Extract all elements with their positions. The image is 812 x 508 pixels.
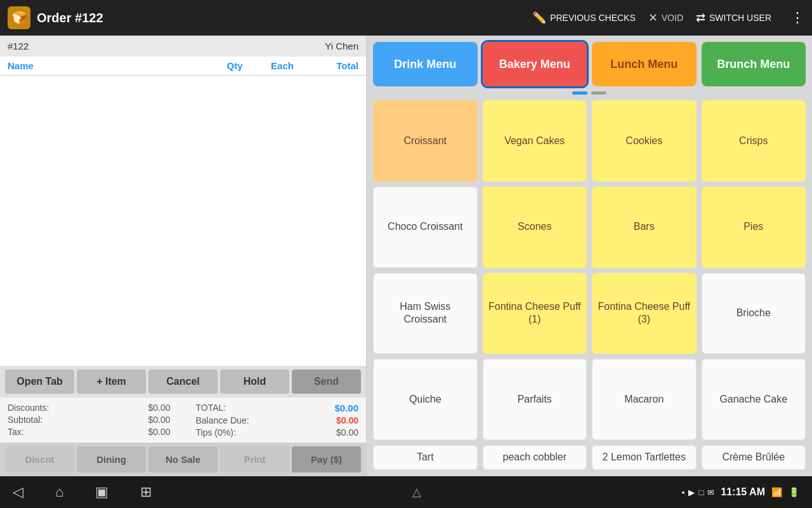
android-status: ▪ ▶ □ ✉ 11:15 AM 📶 🔋 [682,486,799,498]
menu-item-peach-cobbler[interactable]: peach cobbler [483,445,587,470]
menu-item-parfaits[interactable]: Parfaits [483,359,587,440]
menu-grid: CroissantVegan CakesCookiesCrispsChoco C… [373,100,806,470]
email-icon: ✉ [707,488,714,497]
screenshot-icon[interactable]: ⊞ [140,484,152,500]
top-bar: 🍞 Order #122 ✏️ PREVIOUS CHECKS ✕ VOID ⇄… [0,0,812,36]
menu-item-ham-swiss-croissant[interactable]: Ham Swiss Croissant [373,273,478,354]
tips-value: $0.00 [336,427,358,438]
menu-item-crisps[interactable]: Crisps [702,100,806,182]
total-label: TOTAL: [196,403,226,413]
print-button[interactable]: Print [220,446,289,472]
recents-icon[interactable]: ▣ [95,484,108,500]
order-columns: Name Qty Each Total [0,57,366,76]
battery-icon: ▪ [682,488,685,497]
top-actions: ✏️ PREVIOUS CHECKS ✕ VOID ⇄ SWITCH USER … [532,10,804,26]
menu-item-vegan-cakes[interactable]: Vegan Cakes [483,100,587,182]
media-icon: ▶ [688,488,695,497]
bottom-actions: Discnt Dining No Sale Print Pay ($) [0,443,366,476]
pay-button[interactable]: Pay ($) [292,446,361,472]
switch-user-button[interactable]: ⇄ SWITCH USER [696,11,771,25]
cancel-button[interactable]: Cancel [148,370,218,394]
tab-brunch[interactable]: Brunch Menu [702,42,806,86]
menu-item-croissant[interactable]: Croissant [373,100,478,182]
open-tab-button[interactable]: Open Tab [5,370,74,394]
subtotal-label: Subtotal: [8,415,43,425]
menu-tabs: Drink MenuBakery MenuLunch MenuBrunch Me… [373,42,806,86]
menu-item-tart[interactable]: Tart [373,445,478,470]
pencil-icon: ✏️ [532,11,546,25]
send-button[interactable]: Send [292,370,361,394]
discounts-label: Discounts: [8,403,49,413]
status-time: 11:15 AM [721,486,765,498]
menu-item-creme-brulee[interactable]: Crème Brûlée [702,445,806,470]
more-options-icon[interactable]: ⋮ [790,10,804,26]
no-sale-button[interactable]: No Sale [148,446,218,472]
tab-drink[interactable]: Drink Menu [373,42,478,86]
menu-item-scones[interactable]: Scones [483,187,587,268]
menu-item-macaron[interactable]: Macaron [592,359,697,440]
customer-name: Yi Chen [325,41,358,51]
home-icon[interactable]: ⌂ [55,484,63,500]
tab-bakery[interactable]: Bakery Menu [483,42,587,86]
totals-right: TOTAL: $0.00 Balance Due: $0.00 Tips (0%… [183,403,359,438]
tab-indicators [373,91,806,95]
menu-item-bars[interactable]: Bars [592,187,697,268]
total-value: $0.00 [334,403,358,413]
order-title: Order #122 [37,11,532,25]
main-content: #122 Yi Chen Name Qty Each Total Open Ta… [0,36,812,476]
tax-value: $0.00 [148,427,170,437]
balance-value: $0.00 [336,415,358,425]
back-icon[interactable]: ◁ [13,484,23,500]
menu-item-ganache-cake[interactable]: Ganache Cake [702,359,806,440]
menu-item-brioche[interactable]: Brioche [702,273,806,354]
app-logo: 🍞 [8,6,30,29]
x-icon: ✕ [648,11,658,25]
menu-item-fontina-cheese-puff-3[interactable]: Fontina Cheese Puff (3) [592,273,697,354]
menu-item-fontina-cheese-puff-1[interactable]: Fontina Cheese Puff (1) [483,273,587,354]
status-icons: ▪ ▶ □ ✉ [682,488,714,497]
totals-section: Discounts: $0.00 Subtotal: $0.00 Tax: $0… [0,398,366,443]
tips-label: Tips (0%): [196,427,236,438]
add-item-button[interactable]: + Item [77,370,146,394]
order-header: #122 Yi Chen [0,36,366,57]
order-items-list [0,76,366,366]
order-actions: Open Tab + Item Cancel Hold Send [0,366,366,398]
void-button[interactable]: ✕ VOID [648,11,683,25]
wifi-icon: 📶 [771,487,782,497]
screen-icon: □ [698,488,704,497]
switch-icon: ⇄ [696,11,705,25]
balance-label: Balance Due: [196,415,249,425]
hold-button[interactable]: Hold [220,370,289,394]
menu-item-pies[interactable]: Pies [702,187,806,268]
tab-indicator-2 [591,91,606,95]
menu-item-choco-croissant[interactable]: Choco Croissant [373,187,478,268]
battery-level-icon: 🔋 [789,487,799,497]
left-panel: #122 Yi Chen Name Qty Each Total Open Ta… [0,36,367,476]
discnt-button[interactable]: Discnt [5,446,74,472]
tax-label: Tax: [8,427,24,437]
right-panel: Drink MenuBakery MenuLunch MenuBrunch Me… [367,36,812,476]
previous-checks-button[interactable]: ✏️ PREVIOUS CHECKS [532,11,636,25]
menu-item-cookies[interactable]: Cookies [592,100,697,182]
tab-indicator-1 [572,91,587,95]
android-nav: ◁ ⌂ ▣ ⊞ [13,484,152,500]
order-number: #122 [8,41,29,51]
menu-item-quiche[interactable]: Quiche [373,359,478,440]
android-bar: ◁ ⌂ ▣ ⊞ △ ▪ ▶ □ ✉ 11:15 AM 📶 🔋 [0,476,812,508]
col-name-header: Name [8,60,213,71]
subtotal-value: $0.00 [148,415,170,425]
discounts-value: $0.00 [148,403,170,413]
col-each-header: Each [257,60,308,71]
tab-lunch[interactable]: Lunch Menu [592,42,697,86]
dining-button[interactable]: Dining [77,446,146,472]
totals-left: Discounts: $0.00 Subtotal: $0.00 Tax: $0… [8,403,171,438]
col-total-header: Total [308,60,358,71]
col-qty-header: Qty [213,60,257,71]
android-center-arrow: △ [412,485,421,499]
menu-item-lemon-tartlettes[interactable]: 2 Lemon Tartlettes [592,445,697,470]
